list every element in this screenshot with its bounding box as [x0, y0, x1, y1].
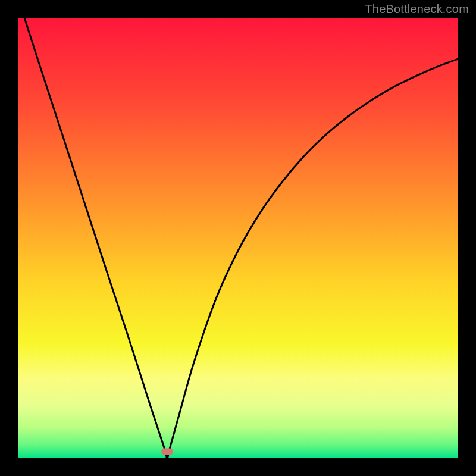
bottleneck-curve: [24, 18, 458, 458]
optimal-marker: [161, 448, 173, 455]
watermark-text: TheBottleneck.com: [365, 2, 469, 16]
plot-area: [18, 18, 458, 458]
curve-svg: [18, 18, 458, 458]
chart-frame: TheBottleneck.com: [0, 0, 476, 476]
